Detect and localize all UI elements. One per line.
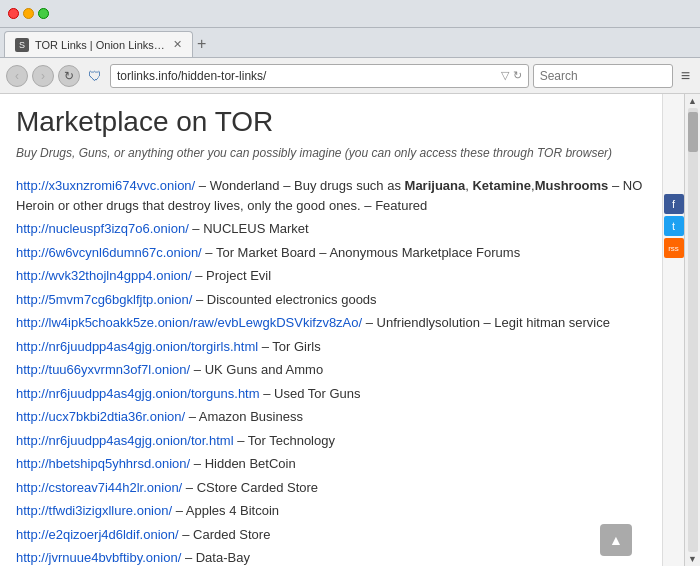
list-item: http://nucleuspf3izq7o6.onion/ – NUCLEUS…	[16, 219, 646, 239]
list-item: http://tfwdi3izigxllure.onion/ – Apples …	[16, 501, 646, 521]
url-bar[interactable]: torlinks.info/hidden-tor-links/ ▽ ↻	[110, 64, 529, 88]
tab-title: TOR Links | Onion Links | Hidd...	[35, 39, 165, 51]
onion-link[interactable]: http://5mvm7cg6bgklfjtp.onion/	[16, 292, 192, 307]
links-list: http://x3uxnzromi674vvc.onion/ – Wonderl…	[16, 176, 646, 566]
main-content: Marketplace on TOR Buy Drugs, Guns, or a…	[0, 94, 662, 566]
tab-favicon: S	[15, 38, 29, 52]
onion-link[interactable]: http://e2qizoerj4d6ldif.onion/	[16, 527, 179, 542]
back-button[interactable]: ‹	[6, 65, 28, 87]
url-controls: ▽ ↻	[501, 69, 522, 82]
back-to-top-button[interactable]: ▲	[600, 524, 632, 556]
page-content: Marketplace on TOR Buy Drugs, Guns, or a…	[0, 94, 700, 566]
scroll-thumb[interactable]	[688, 112, 698, 152]
active-tab[interactable]: S TOR Links | Onion Links | Hidd... ✕	[4, 31, 193, 57]
menu-button[interactable]: ≡	[677, 67, 694, 85]
list-item: http://tuu66yxvrmn3of7l.onion/ – UK Guns…	[16, 360, 646, 380]
list-item: http://x3uxnzromi674vvc.onion/ – Wonderl…	[16, 176, 646, 215]
facebook-icon[interactable]: f	[664, 194, 684, 214]
forward-button[interactable]: ›	[32, 65, 54, 87]
forward-icon: ›	[41, 69, 45, 83]
list-item: http://5mvm7cg6bgklfjtp.onion/ – Discoun…	[16, 290, 646, 310]
list-item: http://nr6juudpp4as4gjg.onion/torguns.ht…	[16, 384, 646, 404]
onion-link[interactable]: http://tfwdi3izigxllure.onion/	[16, 503, 172, 518]
twitter-icon[interactable]: t	[664, 216, 684, 236]
onion-link[interactable]: http://jvrnuue4bvbftiby.onion/	[16, 550, 181, 565]
onion-link[interactable]: http://nr6juudpp4as4gjg.onion/tor.html	[16, 433, 234, 448]
refresh-icon: ↻	[64, 69, 74, 83]
nav-bar: ‹ › ↻ 🛡 torlinks.info/hidden-tor-links/ …	[0, 58, 700, 94]
list-item: http://jvrnuue4bvbftiby.onion/ – Data-Ba…	[16, 548, 646, 566]
tab-bar: S TOR Links | Onion Links | Hidd... ✕ +	[0, 28, 700, 58]
list-item: http://nr6juudpp4as4gjg.onion/torgirls.h…	[16, 337, 646, 357]
shield-icon[interactable]: 🛡	[84, 65, 106, 87]
onion-link[interactable]: http://6w6vcynl6dumn67c.onion/	[16, 245, 202, 260]
rss-icon[interactable]: rss	[664, 238, 684, 258]
social-sidebar: f t rss	[662, 94, 684, 566]
close-window-btn[interactable]	[8, 8, 19, 19]
tab-close-btn[interactable]: ✕	[173, 38, 182, 51]
url-text: torlinks.info/hidden-tor-links/	[117, 69, 501, 83]
list-item: http://cstoreav7i44h2lr.onion/ – CStore …	[16, 478, 646, 498]
onion-link[interactable]: http://cstoreav7i44h2lr.onion/	[16, 480, 182, 495]
list-item: http://ucx7bkbi2dtia36r.onion/ – Amazon …	[16, 407, 646, 427]
scroll-up-button[interactable]: ▲	[688, 96, 697, 106]
minimize-window-btn[interactable]	[23, 8, 34, 19]
refresh-button[interactable]: ↻	[58, 65, 80, 87]
onion-link[interactable]: http://nucleuspf3izq7o6.onion/	[16, 221, 189, 236]
onion-link[interactable]: http://hbetshipq5yhhrsd.onion/	[16, 456, 190, 471]
new-tab-button[interactable]: +	[197, 35, 206, 57]
onion-link[interactable]: http://wvk32thojln4gpp4.onion/	[16, 268, 192, 283]
list-item: http://6w6vcynl6dumn67c.onion/ – Tor Mar…	[16, 243, 646, 263]
list-item: http://nr6juudpp4as4gjg.onion/tor.html –…	[16, 431, 646, 451]
onion-link[interactable]: http://lw4ipk5choakk5ze.onion/raw/evbLew…	[16, 315, 362, 330]
title-bar	[0, 0, 700, 28]
maximize-window-btn[interactable]	[38, 8, 49, 19]
scroll-down-button[interactable]: ▼	[688, 554, 697, 564]
list-item: http://e2qizoerj4d6ldif.onion/ – Carded …	[16, 525, 646, 545]
page-title: Marketplace on TOR	[16, 106, 646, 138]
list-item: http://lw4ipk5choakk5ze.onion/raw/evbLew…	[16, 313, 646, 333]
search-input[interactable]	[533, 64, 673, 88]
onion-link[interactable]: http://nr6juudpp4as4gjg.onion/torgirls.h…	[16, 339, 258, 354]
list-item: http://wvk32thojln4gpp4.onion/ – Project…	[16, 266, 646, 286]
bookmark-icon[interactable]: ▽	[501, 69, 509, 82]
page-subtitle: Buy Drugs, Guns, or anything other you c…	[16, 146, 646, 160]
reload-icon[interactable]: ↻	[513, 69, 522, 82]
onion-link[interactable]: http://x3uxnzromi674vvc.onion/	[16, 178, 195, 193]
scrollbar[interactable]: ▲ ▼	[684, 94, 700, 566]
back-icon: ‹	[15, 69, 19, 83]
onion-link[interactable]: http://ucx7bkbi2dtia36r.onion/	[16, 409, 185, 424]
onion-link[interactable]: http://nr6juudpp4as4gjg.onion/torguns.ht…	[16, 386, 260, 401]
onion-link[interactable]: http://tuu66yxvrmn3of7l.onion/	[16, 362, 190, 377]
list-item: http://hbetshipq5yhhrsd.onion/ – Hidden …	[16, 454, 646, 474]
scroll-track[interactable]	[688, 108, 698, 552]
